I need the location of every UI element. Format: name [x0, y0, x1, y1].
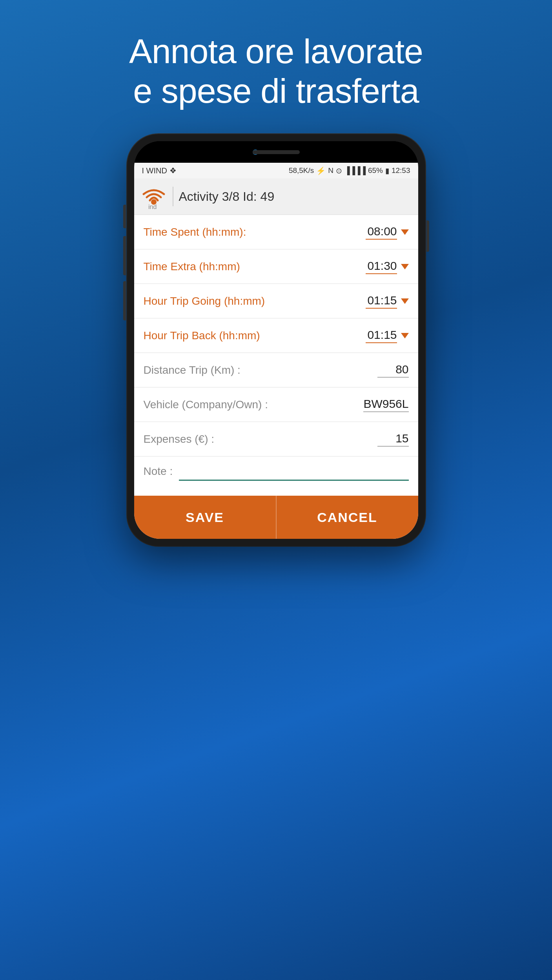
- volume-up-button: [123, 236, 126, 275]
- trip-going-label: Hour Trip Going (hh:mm): [144, 295, 265, 307]
- trip-back-value: 01:15: [366, 328, 397, 343]
- battery-percent: 65%: [368, 166, 383, 175]
- distance-label: Distance Trip (Km) :: [144, 364, 240, 376]
- trip-back-dropdown-icon: [401, 333, 409, 338]
- time-spent-dropdown-icon: [401, 229, 409, 235]
- expenses-value: 15: [377, 432, 409, 447]
- wifi-icon: ⊙: [336, 166, 342, 175]
- distance-row: Distance Trip (Km) : 80: [134, 353, 418, 387]
- time-label: 12:53: [392, 166, 410, 175]
- vehicle-row: Vehicle (Company/Own) : BW956L: [134, 387, 418, 422]
- phone-notch: [134, 141, 418, 163]
- note-label: Note :: [144, 465, 173, 478]
- status-right: 58,5K/s ⚡ Ν ⊙ ▐▐▐▐ 65% ▮ 12:53: [289, 166, 410, 175]
- form-section: Time Spent (hh:mm): 08:00 Time Extra (hh…: [134, 215, 418, 496]
- activity-title: Activity 3/8 Id: 49: [179, 189, 275, 204]
- app-logo-icon: ind: [140, 183, 167, 210]
- expenses-value-container[interactable]: 15: [377, 432, 409, 447]
- time-extra-value: 01:30: [366, 259, 397, 274]
- time-spent-label: Time Spent (hh:mm):: [144, 226, 246, 238]
- distance-value-container[interactable]: 80: [377, 363, 409, 378]
- vehicle-value-container[interactable]: BW956L: [363, 397, 408, 412]
- mute-button: [123, 205, 126, 228]
- trip-going-row: Hour Trip Going (hh:mm) 01:15: [134, 284, 418, 318]
- time-spent-value-container[interactable]: 08:00: [366, 225, 409, 240]
- app-header: ind Activity 3/8 Id: 49: [134, 178, 418, 215]
- vehicle-value: BW956L: [363, 397, 408, 412]
- note-row: Note :: [134, 456, 418, 496]
- status-bar: I WIND ❖ 58,5K/s ⚡ Ν ⊙ ▐▐▐▐ 65% ▮ 12:53: [134, 163, 418, 178]
- phone-shell: I WIND ❖ 58,5K/s ⚡ Ν ⊙ ▐▐▐▐ 65% ▮ 12:53: [127, 134, 425, 546]
- expenses-row: Expenses (€) : 15: [134, 422, 418, 456]
- time-extra-label: Time Extra (hh:mm): [144, 260, 240, 273]
- nfc-icon: Ν: [328, 166, 333, 175]
- time-extra-dropdown-icon: [401, 264, 409, 269]
- header-divider: [173, 187, 173, 206]
- time-extra-value-container[interactable]: 01:30: [366, 259, 409, 274]
- battery-icon: ▮: [385, 166, 389, 175]
- save-button[interactable]: SAVE: [134, 496, 276, 539]
- time-spent-value: 08:00: [366, 225, 397, 240]
- speaker-icon: [253, 150, 300, 154]
- trip-going-dropdown-icon: [401, 298, 409, 304]
- vehicle-label: Vehicle (Company/Own) :: [144, 398, 268, 411]
- app-content: ind Activity 3/8 Id: 49 Time Spent (hh:m…: [134, 178, 418, 539]
- headline-line1: Annota ore lavorate: [129, 32, 423, 71]
- headline-line2: e spese di trasferta: [133, 71, 419, 110]
- speed-label: 58,5K/s: [289, 166, 314, 175]
- volume-down-button: [123, 281, 126, 320]
- note-input[interactable]: [179, 465, 408, 481]
- trip-going-value: 01:15: [366, 294, 397, 309]
- trip-back-label: Hour Trip Back (hh:mm): [144, 329, 260, 342]
- bluetooth-icon: ⚡: [316, 166, 326, 175]
- cancel-button[interactable]: CANCEL: [276, 496, 418, 539]
- trip-back-value-container[interactable]: 01:15: [366, 328, 409, 343]
- trip-back-row: Hour Trip Back (hh:mm) 01:15: [134, 318, 418, 353]
- headline: Annota ore lavorate e spese di trasferta: [129, 0, 423, 134]
- distance-value: 80: [377, 363, 409, 378]
- phone-screen: I WIND ❖ 58,5K/s ⚡ Ν ⊙ ▐▐▐▐ 65% ▮ 12:53: [134, 141, 418, 539]
- signal-icon: ▐▐▐▐: [344, 166, 366, 175]
- time-spent-row: Time Spent (hh:mm): 08:00: [134, 215, 418, 249]
- status-left: I WIND ❖: [142, 166, 177, 175]
- carrier-label: I WIND: [142, 166, 167, 175]
- trip-going-value-container[interactable]: 01:15: [366, 294, 409, 309]
- svg-text:ind: ind: [148, 204, 157, 210]
- time-extra-row: Time Extra (hh:mm) 01:30: [134, 249, 418, 284]
- power-button: [426, 220, 429, 252]
- dropbox-icon: ❖: [169, 166, 177, 175]
- bottom-buttons: SAVE CANCEL: [134, 496, 418, 539]
- expenses-label: Expenses (€) :: [144, 433, 215, 445]
